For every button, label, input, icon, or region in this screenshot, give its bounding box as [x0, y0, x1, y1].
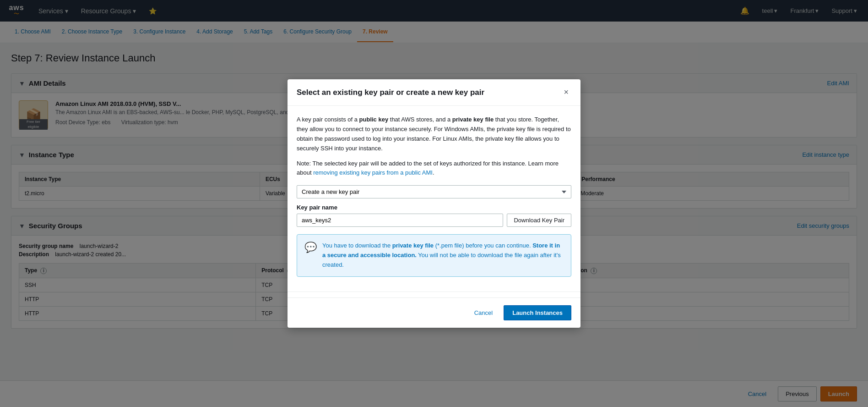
key-pair-modal: Select an existing key pair or create a … — [288, 79, 580, 327]
warning-text: You have to download the private key fil… — [322, 241, 564, 270]
modal-launch-instances-button[interactable]: Launch Instances — [504, 305, 571, 320]
warning-box: 💬 You have to download the private key f… — [297, 234, 571, 276]
key-pair-name-label: Key pair name — [297, 204, 571, 211]
modal-header: Select an existing key pair or create a … — [288, 79, 580, 106]
key-pair-type-select[interactable]: Create a new key pair — [297, 185, 571, 198]
modal-description: A key pair consists of a public key that… — [297, 115, 571, 153]
modal-footer: Cancel Launch Instances — [288, 297, 580, 328]
modal-overlay[interactable]: Select an existing key pair or create a … — [0, 0, 868, 405]
key-pair-name-input[interactable] — [297, 214, 503, 227]
modal-cancel-button[interactable]: Cancel — [469, 307, 498, 319]
modal-note: Note: The selected key pair will be adde… — [297, 159, 571, 178]
download-key-pair-button[interactable]: Download Key Pair — [507, 214, 571, 227]
modal-body: A key pair consists of a public key that… — [288, 106, 580, 286]
removing-key-pairs-link[interactable]: removing existing key pairs from a publi… — [313, 169, 433, 176]
modal-title: Select an existing key pair or create a … — [297, 88, 484, 97]
modal-close-button[interactable]: × — [561, 87, 571, 98]
warning-chat-icon: 💬 — [304, 242, 317, 253]
